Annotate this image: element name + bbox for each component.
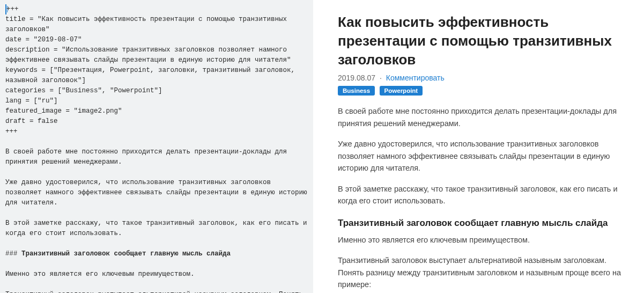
preview-paragraph-5: Транзитивный заголовок выступает альтерн… bbox=[338, 254, 627, 290]
category-badge-business[interactable]: Business bbox=[338, 86, 375, 96]
preview-paragraph-4: Именно это является его ключевым преимущ… bbox=[338, 234, 627, 246]
comment-link[interactable]: Комментировать bbox=[386, 74, 445, 82]
rendered-preview: Как повысить эффективность презентации с… bbox=[313, 0, 644, 293]
editor-heading-prefix: ### bbox=[5, 250, 21, 258]
category-badge-powerpoint[interactable]: Powerpoint bbox=[380, 86, 423, 96]
preview-heading: Транзитивный заголовок сообщает главную … bbox=[338, 218, 627, 229]
preview-paragraph-3: В этой заметке расскажу, что такое транз… bbox=[338, 183, 627, 207]
fm-date-line: date = "2019-08-07" bbox=[5, 36, 82, 43]
editor-paragraph-5: Транзитивный заголовок выступает альтерн… bbox=[5, 291, 307, 293]
frontmatter-close: +++ bbox=[5, 128, 18, 135]
frontmatter-open: +++ bbox=[6, 5, 19, 13]
fm-description-line: description = "Использование транзитивны… bbox=[5, 46, 291, 64]
post-date: 2019.08.07 bbox=[338, 74, 375, 82]
editor-paragraph-2: Уже давно удостоверился, что использован… bbox=[5, 179, 311, 207]
category-badges: Business Powerpoint bbox=[338, 85, 627, 96]
preview-paragraph-1: В своей работе мне постоянно приходится … bbox=[338, 105, 627, 129]
post-meta: 2019.08.07 · Комментировать bbox=[338, 74, 627, 82]
source-editor[interactable]: |+++ title = "Как повысить эффективность… bbox=[0, 0, 313, 293]
editor-paragraph-3: В этой заметке расскажу, что такое транз… bbox=[5, 219, 311, 237]
editor-paragraph-4: Именно это является его ключевым преимущ… bbox=[5, 270, 195, 278]
fm-lang-line: lang = ["ru"] bbox=[5, 97, 58, 105]
meta-separator: · bbox=[380, 74, 382, 82]
fm-title-line: title = "Как повысить эффективность през… bbox=[5, 16, 291, 33]
editor-heading-text: Транзитивный заголовок сообщает главную … bbox=[21, 250, 231, 258]
fm-featured-image-line: featured_image = "image2.png" bbox=[5, 107, 122, 115]
editor-paragraph-1: В своей работе мне постоянно приходится … bbox=[5, 148, 291, 166]
fm-keywords-line: keywords = ["Презентация, Powerpoint, за… bbox=[5, 67, 299, 84]
fm-draft-line: draft = false bbox=[5, 118, 58, 125]
preview-paragraph-2: Уже давно удостоверился, что использован… bbox=[338, 138, 627, 174]
fm-categories-line: categories = ["Business", "Powerpoint"] bbox=[5, 87, 162, 94]
post-title: Как повысить эффективность презентации с… bbox=[338, 13, 627, 69]
